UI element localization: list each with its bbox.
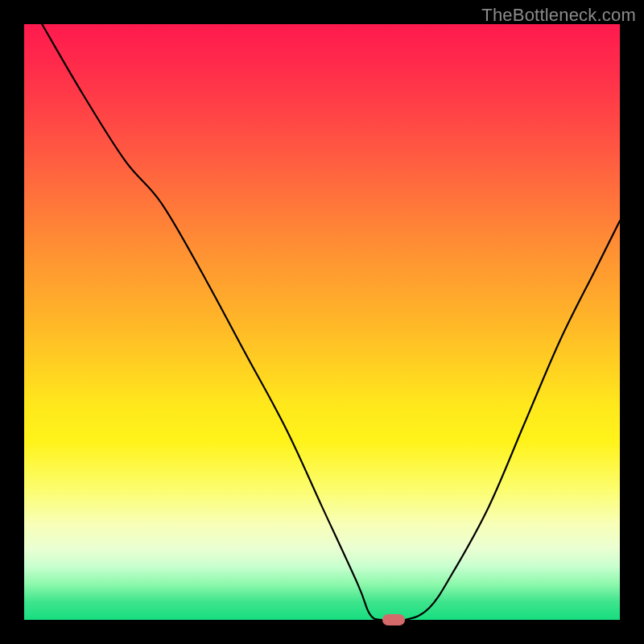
plot-area [24,24,620,620]
chart-frame: TheBottleneck.com [0,0,644,644]
curve-path [42,24,620,620]
bottleneck-curve [24,24,620,620]
optimal-marker [382,614,405,625]
watermark-text: TheBottleneck.com [481,5,636,26]
